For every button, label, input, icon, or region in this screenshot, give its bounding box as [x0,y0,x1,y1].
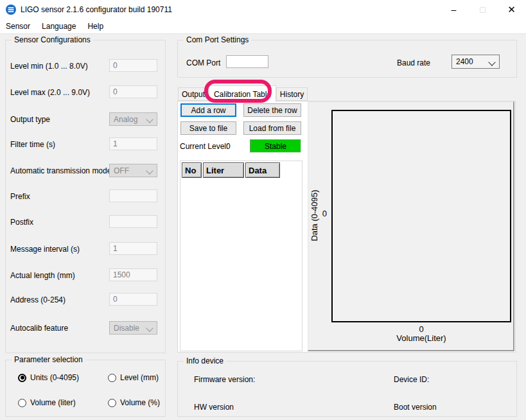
tab-calibration-label: Calibration Table [214,90,271,99]
actual-length-label: Actual length (mm) [10,271,75,280]
radio-level-mm[interactable]: Level (mm) [108,373,159,382]
auto-transmission-dropdown: OFF [109,164,157,177]
current-level-value: 0 [226,142,231,151]
column-header-data-label: Data [249,166,267,175]
chart-x-axis-label: Volume(Liter) [331,333,511,343]
chart-x-tick: 0 [331,324,511,334]
radio-icon [18,399,26,407]
menu-bar: Sensor Language Help [0,19,526,34]
title-bar: LIGO sensor 2.1.6 configurator build 190… [0,0,526,19]
radio-units-label: Units (0-4095) [30,373,79,382]
radio-icon [108,374,116,382]
chart-y-tick: 0 [318,209,327,218]
radio-volume-percent-label: Volume (%) [120,398,160,407]
current-level-label: Current Level: [180,142,228,151]
message-interval-input [109,242,157,255]
auto-transmission-value: OFF [114,166,129,175]
filter-time-input [109,137,157,150]
autocalib-value: Disable [114,324,139,333]
column-header-no-label: No [185,166,196,175]
address-label: Address (0-254) [10,295,66,304]
level-min-label: Level min (1.0 ... 8.0V) [10,62,88,71]
autocalib-dropdown: Disable [109,321,157,335]
autocalib-label: Autocalib feature [10,324,68,333]
add-row-label: Add a row [191,106,225,115]
level-max-input [109,85,157,98]
app-window: LIGO sensor 2.1.6 configurator build 190… [0,0,526,420]
menu-language[interactable]: Language [36,19,82,33]
radio-volume-liter-label: Volume (liter) [30,398,76,407]
save-to-file-button[interactable]: Save to file [180,121,236,135]
output-type-dropdown: Analog [109,112,157,126]
radio-volume-liter[interactable]: Volume (liter) [18,398,76,407]
device-id-label: Device ID: [394,375,429,384]
tab-output[interactable]: Output [178,87,209,101]
output-type-label: Output type [10,115,50,124]
radio-volume-percent[interactable]: Volume (%) [108,398,160,407]
boot-version-label: Boot version [394,403,437,412]
info-device-title: Info device [184,356,226,365]
menu-sensor[interactable]: Sensor [0,19,36,33]
app-logo-icon [6,4,16,15]
status-badge: Stable [250,139,301,153]
prefix-label: Prefix [10,192,30,201]
baud-rate-label: Baud rate [397,58,430,67]
column-header-liter-label: Liter [206,166,224,175]
filter-time-label: Filter time (s) [10,140,55,149]
save-to-file-label: Save to file [189,124,227,133]
chevron-down-icon [146,116,153,123]
baud-rate-value: 2400 [456,57,473,66]
column-header-no[interactable]: No [182,162,202,178]
address-input [109,293,157,306]
com-port-settings-title: Com Port Settings [184,35,251,44]
maximize-button: □ [468,0,497,19]
menu-help[interactable]: Help [82,19,109,33]
hw-version-label: HW version [194,403,234,412]
window-title: LIGO sensor 2.1.6 configurator build 190… [21,5,172,14]
level-min-input [109,59,157,72]
tab-calibration-table[interactable]: Calibration Table [209,85,276,102]
tab-history-label: History [280,90,304,99]
chevron-down-icon [146,324,153,331]
message-interval-label: Message interval (s) [10,245,80,254]
calibration-table [180,161,302,351]
com-port-input[interactable] [226,55,268,68]
add-row-button[interactable]: Add a row [180,103,236,117]
chart-plot-area [331,110,511,322]
status-label: Stable [265,142,286,151]
sensor-configurations-title: Sensor Configurations [12,35,93,44]
firmware-version-label: Firmware version: [194,375,255,384]
auto-transmission-label: Automatic transmission mode [10,166,111,175]
load-from-file-button[interactable]: Load from file [243,121,301,135]
radio-level-mm-label: Level (mm) [120,373,159,382]
delete-row-label: Delete the row [247,106,297,115]
tab-output-label: Output [182,90,205,99]
postfix-input [109,215,157,228]
chevron-down-icon [488,58,495,66]
chevron-down-icon [146,167,153,174]
level-max-label: Level max (2.0 ... 9.0V) [10,88,90,97]
tab-history[interactable]: History [276,87,308,101]
actual-length-input [109,268,157,281]
load-from-file-label: Load from file [249,124,296,133]
prefix-input [109,189,157,202]
column-header-liter[interactable]: Liter [203,162,244,178]
column-header-data[interactable]: Data [245,162,280,178]
parameter-selection-group: Parameter selection [5,360,166,417]
parameter-selection-title: Parameter selection [12,355,85,364]
com-port-label: COM Port [186,58,220,67]
delete-row-button[interactable]: Delete the row [243,103,301,117]
close-button[interactable]: ✕ [497,0,526,19]
output-type-value: Analog [114,115,137,124]
radio-icon [108,399,116,407]
postfix-label: Postfix [10,218,33,227]
radio-units[interactable]: Units (0-4095) [18,373,79,382]
radio-icon [18,374,26,382]
minimize-button[interactable]: – [439,0,468,19]
baud-rate-dropdown[interactable]: 2400 [451,55,500,69]
